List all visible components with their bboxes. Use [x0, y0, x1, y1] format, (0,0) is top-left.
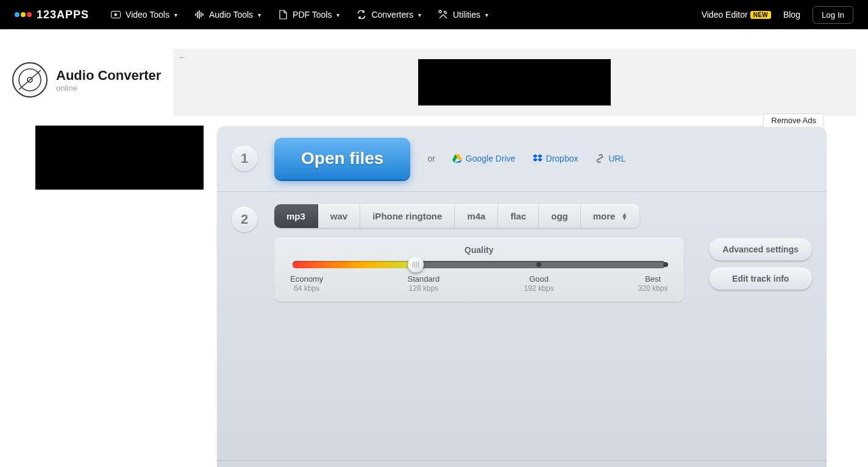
nav-pdf-tools[interactable]: PDF Tools ▾	[278, 10, 340, 20]
nav-label: PDF Tools	[293, 10, 332, 20]
brand-logo[interactable]: 123APPS	[15, 9, 89, 21]
format-tab-flac[interactable]: flac	[498, 204, 539, 228]
quality-title: Quality	[290, 245, 668, 255]
nav-label: Utilities	[453, 10, 480, 20]
dropbox-icon	[533, 154, 542, 163]
svg-marker-13	[533, 154, 538, 158]
link-icon	[595, 154, 605, 163]
topbar: 123APPS Video Tools ▾	[0, 0, 868, 29]
brand-dot	[27, 12, 32, 17]
video-editor-label: Video Editor	[702, 10, 748, 20]
format-tab-iphone[interactable]: iPhone ringtone	[360, 204, 455, 228]
source-label: Google Drive	[466, 154, 516, 163]
audio-converter-icon	[12, 62, 48, 98]
quality-block: Quality	[274, 238, 684, 302]
svg-rect-3	[199, 10, 200, 19]
quality-tick	[536, 262, 541, 267]
main-row: Remove Ads 1 Open files or Google Drive	[0, 116, 868, 467]
quality-stop-name: Standard	[408, 274, 440, 284]
step-badge-1: 1	[232, 146, 257, 171]
link-blog[interactable]: Blog	[783, 10, 800, 20]
sort-arrows-icon: ▲▼	[621, 213, 627, 220]
svg-marker-16	[538, 158, 542, 162]
advanced-settings-button[interactable]: Advanced settings	[710, 238, 812, 260]
quality-slider[interactable]	[293, 261, 666, 268]
app-title: Audio Converter	[56, 68, 161, 84]
step-badge-2: 2	[232, 207, 257, 232]
quality-stop-rate: 128 kbps	[408, 284, 440, 293]
quality-stop-good: Good 192 kbps	[524, 274, 554, 293]
app-subtitle: online	[56, 84, 161, 93]
format-tab-wav[interactable]: wav	[318, 204, 360, 228]
svg-rect-4	[201, 12, 202, 17]
quality-stop-best: Best 320 kbps	[638, 274, 668, 293]
source-label: Dropbox	[546, 154, 578, 163]
main-nav: Video Tools ▾ Audio Tools ▾	[111, 10, 702, 20]
app-title-block: Audio Converter online	[12, 49, 161, 98]
quality-stop-name: Economy	[290, 274, 323, 284]
quality-track-fill	[293, 261, 412, 268]
brand-dots	[15, 12, 32, 17]
play-rect-icon	[111, 10, 121, 20]
svg-marker-15	[533, 158, 538, 162]
brand-name: 123APPS	[37, 9, 89, 21]
convert-arrows-icon	[357, 10, 366, 20]
nav-video-tools[interactable]: Video Tools ▾	[111, 10, 177, 20]
nav-utilities[interactable]: Utilities ▾	[438, 10, 488, 20]
nav-label: Converters	[371, 10, 413, 20]
quality-stop-standard: Standard 128 kbps	[408, 274, 440, 293]
topbar-right: Video Editor NEW Blog Log In	[702, 6, 853, 24]
converter-panel: 1 Open files or Google Drive	[217, 126, 827, 467]
badge-new: NEW	[750, 11, 771, 19]
nav-audio-tools[interactable]: Audio Tools ▾	[194, 10, 261, 20]
step2-side-buttons: Advanced settings Edit track info	[710, 238, 812, 290]
quality-stop-name: Best	[638, 274, 668, 284]
link-video-editor[interactable]: Video Editor NEW	[702, 10, 771, 20]
tools-icon	[438, 10, 448, 20]
quality-tick	[663, 262, 668, 267]
chevron-down-icon: ▾	[418, 12, 421, 18]
converter-panel-wrap: Remove Ads 1 Open files or Google Drive	[217, 126, 856, 467]
edit-track-info-button[interactable]: Edit track info	[710, 268, 812, 290]
quality-stop-name: Good	[524, 274, 554, 284]
format-tab-more-label: more	[593, 211, 616, 221]
svg-line-9	[19, 70, 41, 90]
back-arrow-icon[interactable]: ←	[178, 52, 187, 62]
or-label: or	[427, 154, 435, 163]
chevron-down-icon: ▾	[336, 12, 340, 18]
format-tab-ogg[interactable]: ogg	[539, 204, 581, 228]
format-tab-mp3[interactable]: mp3	[274, 204, 318, 228]
step-2-row: 2 mp3 wav iPhone ringtone m4a flac ogg m…	[217, 192, 827, 461]
quality-stop-rate: 192 kbps	[524, 284, 554, 293]
step-3-row: 3 Convert	[217, 461, 827, 467]
google-drive-icon	[452, 154, 462, 163]
nav-converters[interactable]: Converters ▾	[357, 10, 421, 20]
quality-knob[interactable]	[408, 257, 424, 273]
chevron-down-icon: ▾	[174, 12, 177, 18]
source-dropbox[interactable]: Dropbox	[533, 154, 578, 163]
quality-stop-rate: 320 kbps	[638, 284, 668, 293]
format-tab-more[interactable]: more ▲▼	[581, 204, 640, 228]
quality-labels: Economy 64 kbps Standard 128 kbps Good 1…	[290, 274, 668, 293]
nav-label: Audio Tools	[209, 10, 253, 20]
login-button[interactable]: Log In	[813, 6, 853, 24]
source-label: URL	[608, 154, 625, 163]
ad-placeholder	[418, 59, 611, 105]
brand-dot	[21, 12, 26, 17]
side-ad-panel	[35, 126, 204, 190]
source-google-drive[interactable]: Google Drive	[452, 154, 516, 163]
step-1-row: 1 Open files or Google Drive	[217, 126, 827, 192]
chevron-down-icon: ▾	[485, 12, 488, 18]
remove-ads-button[interactable]: Remove Ads	[763, 113, 824, 127]
svg-marker-14	[538, 154, 542, 158]
svg-rect-2	[197, 12, 198, 18]
quality-stop-economy: Economy 64 kbps	[290, 274, 323, 293]
chevron-down-icon: ▾	[258, 12, 261, 18]
brand-dot	[15, 12, 20, 17]
nav-label: Video Tools	[126, 10, 169, 20]
top-ad-panel: ←	[173, 49, 856, 116]
source-url[interactable]: URL	[595, 154, 625, 163]
svg-rect-5	[202, 13, 204, 16]
open-files-button[interactable]: Open files	[274, 138, 410, 179]
format-tab-m4a[interactable]: m4a	[455, 204, 498, 228]
